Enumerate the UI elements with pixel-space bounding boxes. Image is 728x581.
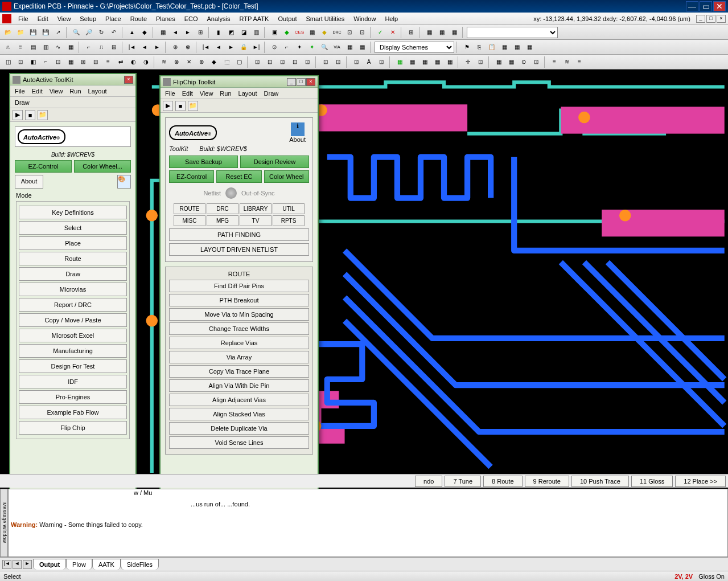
t3-33-icon[interactable]: ▦ — [431, 56, 443, 68]
align-via-die-button[interactable]: Align Via With Die Pin — [169, 379, 309, 392]
aa-palette-icon[interactable]: 🎨 — [117, 175, 131, 189]
t3-24-icon[interactable]: ⊡ — [302, 56, 313, 68]
grid2-icon[interactable]: ⊞ — [405, 27, 417, 38]
menu-output[interactable]: Output — [273, 14, 301, 23]
move-via-button[interactable]: Move Via to Min Spacing — [169, 308, 309, 321]
tab-rpts[interactable]: RPTS — [273, 215, 305, 226]
grid-icon[interactable]: ⊞ — [195, 27, 206, 38]
t2-2-icon[interactable]: ≡ — [15, 42, 26, 53]
fc-design-review-button[interactable]: Design Review — [240, 156, 309, 168]
undo-button[interactable]: ndo — [415, 476, 442, 487]
t3-31-icon[interactable]: ▦ — [406, 56, 418, 68]
aa-menu-run[interactable]: Run — [66, 87, 84, 96]
t3-35-icon[interactable]: ✛ — [462, 56, 474, 68]
panel3-icon[interactable]: ◪ — [238, 27, 249, 38]
t3-15-icon[interactable]: ✕ — [183, 56, 195, 68]
fc-stop-icon[interactable]: ■ — [175, 101, 186, 111]
t3-23-icon[interactable]: ⊡ — [289, 56, 301, 68]
fc-menu-edit[interactable]: Edit — [179, 89, 196, 98]
t3-18-icon[interactable]: ⬚ — [221, 56, 232, 68]
tool-a-icon[interactable]: ▲ — [126, 27, 138, 38]
fc-menu-draw[interactable]: Draw — [261, 89, 282, 98]
t3-28-icon[interactable]: A — [363, 56, 375, 68]
via-array-button[interactable]: Via Array — [169, 351, 309, 363]
t3-10-icon[interactable]: ⇄ — [115, 56, 126, 68]
tbl1-icon[interactable]: ▦ — [499, 42, 510, 53]
misc1-icon[interactable]: ⊡ — [344, 27, 355, 38]
menu-help[interactable]: Help — [380, 14, 402, 23]
mode-fabflow[interactable]: Example Fab Flow — [19, 406, 127, 419]
via3-icon[interactable]: ✦ — [294, 42, 305, 53]
fc-about-button[interactable]: ℹ About — [286, 121, 309, 144]
mode-idf[interactable]: IDF — [19, 375, 127, 388]
mode-mfg[interactable]: Manufacturing — [19, 344, 127, 358]
undo-icon[interactable]: ↶ — [108, 27, 120, 38]
mode-key-defs[interactable]: Key Definitions — [19, 206, 127, 219]
aa-stop-icon[interactable]: ■ — [25, 110, 35, 120]
drc-icon[interactable]: DRC — [331, 27, 343, 38]
fc-menu-view[interactable]: View — [196, 89, 217, 98]
t3-32-icon[interactable]: ▦ — [419, 56, 430, 68]
t3-40-icon[interactable]: ⊡ — [530, 56, 542, 68]
find-diff-pair-button[interactable]: Find Diff Pair Pins — [169, 280, 309, 292]
via6-icon[interactable]: VIA — [331, 42, 343, 53]
aa-color-wheel-button[interactable]: Color Wheel... — [74, 160, 131, 173]
align-adjacent-button[interactable]: Align Adjacent Vias — [169, 394, 309, 406]
cancel-icon[interactable]: ✕ — [387, 27, 398, 38]
panel4-icon[interactable]: ▥ — [250, 27, 262, 38]
menu-view[interactable]: View — [53, 14, 76, 23]
pth-breakout-button[interactable]: PTH Breakout — [169, 294, 309, 306]
display-schemes-combo[interactable]: Display Schemes — [375, 42, 454, 53]
tab-tv[interactable]: TV — [240, 215, 272, 226]
fc-menu-file[interactable]: File — [162, 89, 179, 98]
t3-21-icon[interactable]: ⊡ — [264, 56, 275, 68]
chart2-icon[interactable]: ▦ — [436, 27, 447, 38]
paste-icon[interactable]: 📋 — [486, 42, 497, 53]
t3-5-icon[interactable]: ⊡ — [52, 56, 64, 68]
mode-microvias[interactable]: Microvias — [19, 283, 127, 296]
aa-menu-file[interactable]: File — [11, 87, 28, 96]
green-icon[interactable]: ◆ — [281, 27, 293, 38]
save-icon[interactable]: 💾 — [27, 27, 39, 38]
push-trace-button[interactable]: 10 Push Trace — [571, 476, 629, 487]
tool-b-icon[interactable]: ◆ — [139, 27, 150, 38]
t3-7-icon[interactable]: ⊞ — [77, 56, 89, 68]
export-icon[interactable]: ↗ — [52, 27, 64, 38]
fc-menu-layout[interactable]: Layout — [235, 89, 261, 98]
t2-3-icon[interactable]: ▤ — [27, 42, 39, 53]
tab-aatk[interactable]: AATK — [92, 559, 121, 570]
tab-output[interactable]: Output — [33, 559, 66, 570]
autoactive-titlebar[interactable]: AutoActive ToolKit × — [10, 74, 135, 85]
aa-menu-layout[interactable]: Layout — [85, 87, 110, 96]
t3-3-icon[interactable]: ◧ — [27, 56, 39, 68]
menu-window[interactable]: Window — [349, 14, 380, 23]
via7-icon[interactable]: ▦ — [344, 42, 355, 53]
t3-9-icon[interactable]: ≡ — [102, 56, 114, 68]
close-button[interactable]: ✕ — [713, 1, 726, 11]
prev-icon[interactable]: ◄ — [170, 27, 181, 38]
change-trace-button[interactable]: Change Trace Widths — [169, 322, 309, 335]
t3-12-icon[interactable]: ◑ — [140, 56, 151, 68]
fc-menu-run[interactable]: Run — [216, 89, 235, 98]
tab-first-icon[interactable]: |◄ — [2, 560, 11, 569]
layer-icon[interactable]: ▦ — [157, 27, 168, 38]
mode-dft[interactable]: Design For Test — [19, 359, 127, 373]
step2-icon[interactable]: ◄ — [213, 42, 224, 53]
panel2-icon[interactable]: ◩ — [225, 27, 237, 38]
t3-13-icon[interactable]: ≋ — [158, 56, 170, 68]
fc-play-icon[interactable]: ▶ — [163, 101, 173, 111]
menu-smart[interactable]: Smart Utilities — [301, 14, 349, 23]
place-button[interactable]: 12 Place >> — [675, 476, 726, 487]
search-combo[interactable] — [467, 27, 558, 38]
fc-reset-ec-button[interactable]: Reset EC — [216, 170, 261, 183]
tbl3-icon[interactable]: ▦ — [524, 42, 535, 53]
pin1-icon[interactable]: ⊕ — [170, 42, 181, 53]
t3-29-icon[interactable]: ⊡ — [376, 56, 387, 68]
via1-icon[interactable]: ⊙ — [269, 42, 280, 53]
via8-icon[interactable]: ▦ — [356, 42, 368, 53]
t3-41-icon[interactable]: ≡ — [549, 56, 560, 68]
nav3-icon[interactable]: ► — [151, 42, 163, 53]
mode-route[interactable]: Route — [19, 252, 127, 265]
t3-38-icon[interactable]: ▦ — [505, 56, 517, 68]
maximize-button[interactable]: ▭ — [700, 1, 712, 11]
